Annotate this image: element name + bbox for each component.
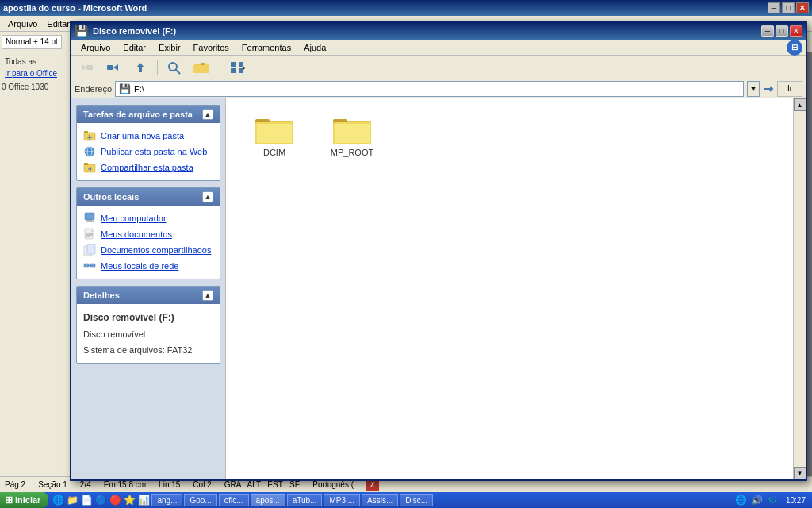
other-collapse-icon[interactable]: ▲ — [202, 191, 213, 202]
word-status-line: Lin 15 — [159, 480, 180, 489]
exp-menu-favoritos[interactable]: Favoritos — [187, 41, 236, 54]
task-share-folder[interactable]: Compartilhar esta pasta — [83, 160, 213, 175]
views-button[interactable] — [225, 58, 249, 77]
explorer-minimize-button[interactable]: ─ — [761, 25, 774, 37]
toolbar-separator-1 — [157, 60, 158, 75]
taskbar-icon-app4[interactable]: ⭐ — [123, 494, 136, 506]
explorer-close-button[interactable]: ✕ — [790, 25, 802, 37]
details-collapse-icon[interactable]: ▲ — [202, 290, 213, 301]
folder-mp-root[interactable]: MP_ROOT — [316, 111, 388, 160]
toolbar-separator-2 — [220, 60, 220, 75]
exp-menu-exibir[interactable]: Exibir — [152, 41, 187, 54]
link-my-network[interactable]: Meus locais de rede — [83, 258, 213, 274]
word-status-section: Seção 1 — [38, 480, 67, 489]
svg-rect-0 — [86, 65, 93, 70]
word-status-col: Col 2 — [193, 480, 211, 489]
exp-menu-ferramentas[interactable]: Ferramentas — [236, 41, 297, 54]
explorer-addressbar: Endereço 💾 F:\ ▼ Ir — [71, 79, 806, 98]
taskbar-item-ofic[interactable]: ofic... — [219, 494, 249, 506]
exp-menu-ajuda[interactable]: Ajuda — [297, 41, 332, 54]
word-close-button[interactable]: ✕ — [796, 2, 809, 13]
address-bar-container: 💾 F:\ — [115, 81, 744, 97]
tasks-collapse-icon[interactable]: ▲ — [202, 109, 213, 120]
my-documents-icon — [83, 228, 96, 241]
task-publish-web[interactable]: Publicar esta pasta na Web — [83, 144, 213, 160]
taskbar-item-apos[interactable]: apos... — [251, 494, 285, 506]
taskbar-item-assis[interactable]: Assis... — [362, 494, 398, 506]
folder-dcim[interactable]: DCIM — [239, 111, 310, 160]
explorer-maximize-button[interactable]: □ — [776, 25, 788, 37]
exp-menu-editar[interactable]: Editar — [117, 41, 152, 54]
search-button[interactable] — [163, 58, 186, 77]
address-label: Endereço — [75, 84, 112, 94]
explorer-window: 💾 Disco removível (F:) ─ □ ✕ Arquivo Edi… — [70, 21, 807, 481]
taskbar-icon-ie[interactable]: 🌐 — [52, 494, 64, 506]
word-style-dropdown[interactable]: Normal + 14 pt — [2, 35, 62, 49]
explorer-right-panel[interactable]: DCIM MP_ROOT — [226, 98, 793, 479]
taskbar: ⊞ Iniciar 🌐 📁 📄 🔵 🔴 ⭐ 📊 ang... Goo... of… — [0, 492, 812, 508]
tray-icon-volume[interactable]: 🔊 — [751, 494, 764, 506]
taskbar-item-atub[interactable]: aTub... — [287, 494, 323, 506]
word-style-label: Todas as — [2, 56, 71, 67]
taskbar-items: 🌐 📁 📄 🔵 🔴 ⭐ 📊 ang... Goo... ofic... apos… — [52, 494, 732, 506]
svg-rect-32 — [90, 264, 95, 267]
taskbar-item-goo[interactable]: Goo... — [184, 494, 216, 506]
start-button[interactable]: ⊞ Iniciar — [0, 492, 48, 508]
taskbar-icon-app2[interactable]: 🔵 — [94, 494, 107, 506]
details-filesystem: Sistema de arquivos: FAT32 — [83, 342, 213, 358]
task-new-folder[interactable]: Criar uma nova pasta — [83, 128, 213, 144]
svg-rect-9 — [231, 62, 236, 67]
taskbar-icon-app1[interactable]: 📄 — [80, 494, 93, 506]
forward-button[interactable] — [102, 58, 125, 77]
scroll-down-button[interactable]: ▼ — [794, 467, 806, 479]
link-my-documents[interactable]: Meus documentos — [83, 226, 213, 242]
word-titlebar: apostila do curso - Microsoft Word ─ □ ✕ — [0, 0, 812, 16]
taskbar-item-mp3[interactable]: MP3 ... — [324, 494, 360, 506]
details-drive-type: Disco removível — [83, 326, 213, 342]
svg-rect-21 — [84, 163, 88, 165]
word-status-page: Pág 2 — [5, 480, 25, 489]
link-shared-docs[interactable]: Documentos compartilhados — [83, 242, 213, 258]
svg-rect-31 — [84, 264, 89, 267]
address-input[interactable]: F:\ — [134, 84, 144, 94]
link-my-computer[interactable]: Meu computador — [83, 210, 213, 226]
svg-point-3 — [169, 63, 177, 71]
address-dropdown-button[interactable]: ▼ — [747, 81, 760, 97]
explorer-titlebar: 💾 Disco removível (F:) ─ □ ✕ — [71, 22, 806, 40]
taskbar-item-ang[interactable]: ang... — [151, 494, 182, 506]
taskbar-icon-folder[interactable]: 📁 — [66, 494, 79, 506]
folder-dcim-label: DCIM — [263, 148, 285, 157]
taskbar-icon-app5[interactable]: 📊 — [137, 494, 150, 506]
taskbar-icon-app3[interactable]: 🔴 — [109, 494, 121, 506]
svg-rect-24 — [86, 221, 94, 222]
share-folder-icon — [83, 161, 96, 174]
word-minimize-button[interactable]: ─ — [768, 2, 780, 13]
taskbar-item-disc[interactable]: Disc... — [400, 494, 433, 506]
word-status-location: Em 15,8 cm — [104, 480, 146, 489]
link-my-documents-label: Meus documentos — [101, 229, 172, 239]
address-go-container: Ir — [763, 81, 802, 97]
word-status-position: 2/4 — [80, 480, 91, 489]
exp-menu-arquivo[interactable]: Arquivo — [75, 41, 117, 54]
word-status-flags: GRA ALT EST SE — [224, 480, 301, 489]
svg-rect-30 — [87, 244, 95, 254]
other-locations-title: Outros locais — [83, 192, 139, 202]
my-network-icon — [83, 260, 96, 272]
tray-icon-network[interactable]: 🌐 — [735, 494, 748, 506]
word-menu-arquivo[interactable]: Arquivo — [3, 17, 42, 30]
taskbar-clock: 10:27 — [783, 496, 809, 505]
tasks-section-content: Criar uma nova pasta Publicar esta pasta… — [77, 123, 220, 180]
up-button[interactable] — [128, 58, 152, 77]
svg-line-4 — [176, 70, 180, 74]
word-goto-office[interactable]: Ir para o Office — [2, 67, 71, 79]
word-maximize-button[interactable]: □ — [782, 2, 795, 13]
other-locations-header[interactable]: Outros locais ▲ — [77, 188, 220, 206]
address-go-button[interactable]: Ir — [777, 81, 802, 97]
scroll-up-button[interactable]: ▲ — [794, 98, 806, 111]
details-section-header[interactable]: Detalhes ▲ — [77, 287, 220, 304]
svg-rect-12 — [239, 68, 243, 73]
folders-button[interactable] — [190, 58, 215, 77]
tray-icon-antivirus[interactable]: 🛡 — [767, 494, 779, 506]
link-my-network-label: Meus locais de rede — [101, 261, 178, 271]
tasks-section-header[interactable]: Tarefas de arquivo e pasta ▲ — [77, 106, 220, 123]
